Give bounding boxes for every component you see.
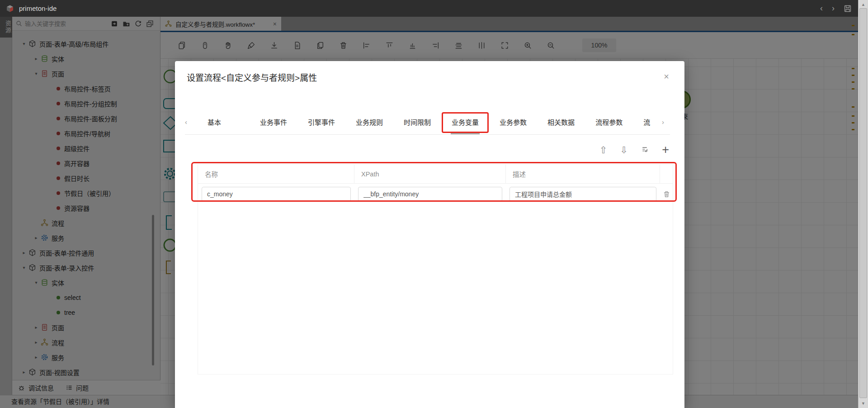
dialog-tab-label: 流程参数 bbox=[595, 117, 623, 127]
dialog-tab-label: 业务参数 bbox=[500, 117, 527, 127]
column-header: 描述 bbox=[506, 165, 660, 183]
dialog-tab-4[interactable]: 业务规则 bbox=[356, 109, 383, 134]
dialog-tab-3[interactable]: 引擎事件 bbox=[308, 109, 335, 134]
column-header-actions bbox=[660, 165, 673, 183]
dialog-tab-1[interactable]: 基本 bbox=[208, 109, 221, 134]
column-header: XPath bbox=[354, 165, 506, 183]
nav-back-icon[interactable]: ‹ bbox=[820, 4, 823, 13]
dialog-tab-5[interactable]: 时间限制 bbox=[404, 109, 431, 134]
dialog-title: 设置流程<自定义参与者规则>属性 bbox=[187, 71, 317, 83]
dialog-tab-label: 流 bbox=[643, 117, 650, 127]
app-title: primeton-ide bbox=[19, 5, 57, 12]
dialog-tab-10[interactable]: 流 bbox=[643, 109, 651, 134]
dialog-tab-9[interactable]: 流程参数 bbox=[595, 109, 623, 134]
dialog-tabs-row: ‹ 基本业务事件引擎事件业务规则时间限制业务变量业务参数相关数据流程参数流 › bbox=[185, 109, 670, 135]
add-icon[interactable]: + bbox=[662, 144, 669, 156]
save-icon[interactable] bbox=[844, 5, 852, 13]
dialog-tab-label: 引擎事件 bbox=[308, 117, 335, 127]
variables-table: 名称XPath描述 bbox=[198, 164, 673, 375]
scroll-down-icon[interactable]: ▼ bbox=[859, 400, 868, 407]
table-header: 名称XPath描述 bbox=[198, 165, 673, 184]
dialog-tab-label: 时间限制 bbox=[404, 117, 431, 127]
reference-icon[interactable] bbox=[641, 146, 649, 154]
dialog-tab-2[interactable]: 业务事件 bbox=[260, 109, 287, 134]
dialog-tab-label: 基本 bbox=[208, 117, 221, 127]
table-row bbox=[198, 184, 673, 204]
process-properties-dialog: 设置流程<自定义参与者规则>属性 × ‹ 基本业务事件引擎事件业务规则时间限制业… bbox=[175, 61, 684, 408]
dialog-tab-label: 相关数据 bbox=[547, 117, 575, 127]
dialog-close-icon[interactable]: × bbox=[664, 72, 669, 81]
move-down-icon[interactable]: ⇩ bbox=[620, 145, 628, 155]
window-scrollbar[interactable]: ▲ ▼ bbox=[858, 0, 868, 408]
dialog-tab-8[interactable]: 相关数据 bbox=[547, 109, 575, 134]
variable-name-input[interactable] bbox=[202, 187, 351, 202]
dialog-tab-label: 业务变量 bbox=[452, 117, 479, 127]
titlebar: primeton-ide ‹ › bbox=[0, 0, 868, 17]
dialog-tab-7[interactable]: 业务参数 bbox=[500, 109, 527, 134]
primeton-logo-icon bbox=[5, 4, 14, 13]
tabs-scroll-left-icon[interactable]: ‹ bbox=[185, 118, 198, 126]
delete-row-icon[interactable] bbox=[663, 190, 670, 198]
nav-forward-icon[interactable]: › bbox=[832, 4, 835, 13]
dialog-tab-label: 业务事件 bbox=[260, 117, 287, 127]
xpath-input[interactable] bbox=[358, 187, 502, 202]
variables-toolbar: ⇧ ⇩ + bbox=[599, 142, 669, 158]
primeton-ide-window: primeton-ide ‹ › 资源 bbox=[0, 0, 868, 408]
column-header: 名称 bbox=[198, 165, 354, 183]
move-up-icon[interactable]: ⇧ bbox=[599, 145, 608, 155]
dialog-tab-label: 业务规则 bbox=[356, 117, 383, 127]
scrollbar-thumb[interactable] bbox=[859, 8, 867, 398]
scroll-up-icon[interactable]: ▲ bbox=[859, 1, 868, 8]
tabs-scroll-right-icon[interactable]: › bbox=[662, 109, 675, 134]
dialog-tab-6[interactable]: 业务变量 bbox=[452, 109, 479, 134]
description-input[interactable] bbox=[509, 187, 656, 202]
